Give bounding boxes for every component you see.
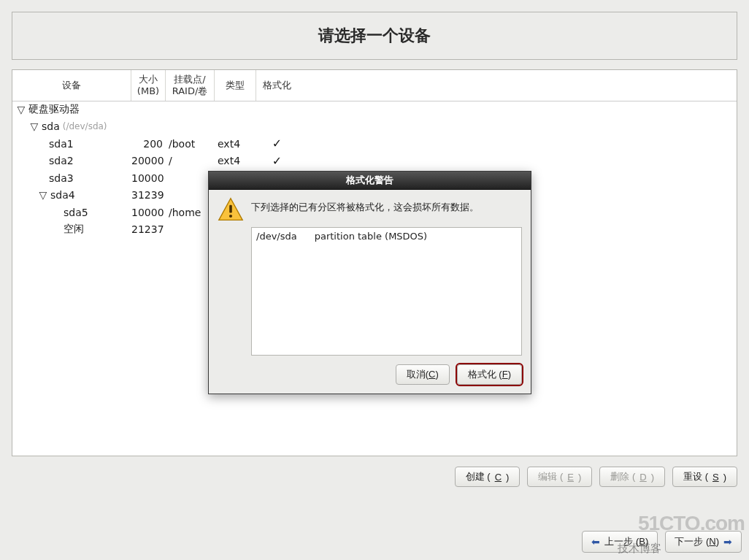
expander-icon[interactable]: ▽ — [30, 120, 39, 132]
dialog-message: 下列选择的已有分区将被格式化，这会损坏所有数据。 — [251, 196, 479, 214]
arrow-right-icon: ➡ — [723, 536, 732, 548]
warning-icon — [218, 196, 244, 223]
dialog-title: 格式化警告 — [209, 172, 531, 190]
edit-button: 编辑 (E) — [527, 467, 592, 487]
wizard-nav: ⬅ 上一步 (B) 下一步 (N) ➡ — [582, 531, 742, 554]
next-button[interactable]: 下一步 (N) ➡ — [665, 531, 742, 553]
reset-button[interactable]: 重设 (S) — [672, 467, 737, 487]
create-button[interactable]: 创建 (C) — [455, 467, 521, 487]
col-size[interactable]: 大小 (MB) — [131, 70, 166, 101]
check-icon: ✓ — [272, 137, 282, 150]
check-icon: ✓ — [272, 154, 282, 168]
expander-icon[interactable]: ▽ — [39, 189, 47, 201]
disk-name: sda — [42, 120, 60, 132]
page-title: 请选择一个设备 — [12, 12, 737, 60]
svg-rect-1 — [229, 205, 232, 213]
col-device[interactable]: 设备 — [12, 70, 131, 101]
format-button[interactable]: 格式化 (F) — [457, 364, 522, 385]
svg-point-2 — [229, 215, 232, 218]
format-warning-dialog: 格式化警告 下列选择的已有分区将被格式化，这会损坏所有数据。 /dev/sda … — [208, 171, 531, 394]
device-detail: partition table (MSDOS) — [315, 231, 427, 242]
root-label: 硬盘驱动器 — [28, 103, 80, 116]
col-mount[interactable]: 挂载点/ RAID/卷 — [166, 70, 215, 101]
disk-path: (/dev/sda) — [63, 121, 107, 131]
table-row[interactable]: sda2 20000 / ext4 ✓ — [12, 153, 737, 170]
device-path: /dev/sda — [256, 231, 297, 242]
tree-root[interactable]: ▽ 硬盘驱动器 — [12, 101, 737, 118]
arrow-left-icon: ⬅ — [591, 536, 600, 548]
col-type[interactable]: 类型 — [215, 70, 256, 101]
expander-icon[interactable]: ▽ — [17, 104, 26, 115]
device-list[interactable]: /dev/sda partition table (MSDOS) — [251, 227, 522, 356]
list-item[interactable]: /dev/sda partition table (MSDOS) — [256, 231, 517, 242]
back-button[interactable]: ⬅ 上一步 (B) — [582, 531, 658, 553]
cancel-button[interactable]: 取消(C) — [396, 364, 450, 385]
table-row[interactable]: sda1 200 /boot ext4 ✓ — [12, 135, 737, 153]
action-bar: 创建 (C) 编辑 (E) 删除 (D) 重设 (S) — [12, 464, 737, 490]
disk-row[interactable]: ▽ sda (/dev/sda) — [12, 118, 737, 136]
col-format[interactable]: 格式化 — [256, 70, 298, 101]
table-header: 设备 大小 (MB) 挂载点/ RAID/卷 类型 格式化 — [12, 70, 737, 101]
delete-button: 删除 (D) — [599, 467, 665, 487]
